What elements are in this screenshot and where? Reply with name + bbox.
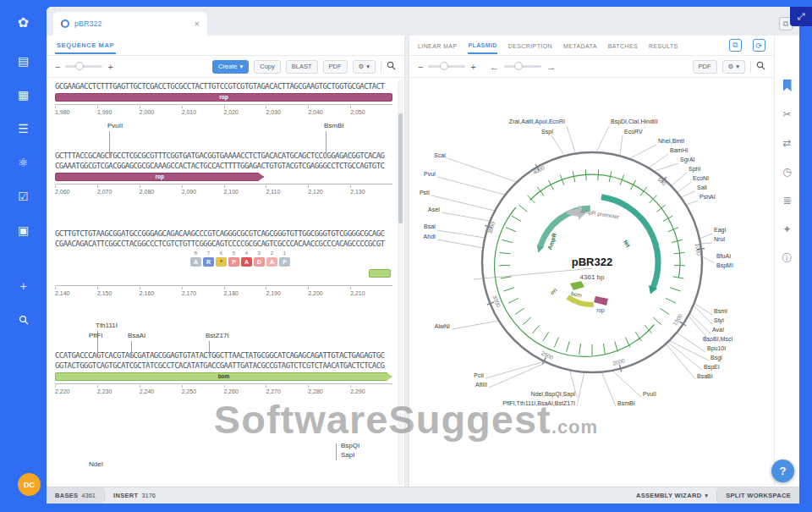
cut-site-label[interactable]: BsmBI [324,122,344,129]
sequence-line-top[interactable]: GCTTGTCTGTAAGCGGATGCCGGGAGCAGACAAGCCCGTC… [55,228,392,239]
amino-acid-box[interactable]: P [228,257,239,267]
amino-acid-box[interactable]: D [254,257,265,267]
site-label[interactable]: BspDI,ClaI,HindIII [611,118,658,125]
rotation-slider-handle[interactable] [514,62,523,70]
molecule-icon[interactable]: ⚛ [14,152,34,173]
site-label[interactable]: PciI [474,372,484,378]
help-button[interactable]: ? [771,460,794,482]
site-label[interactable]: ZraI,AatII,ApoI,EcoRI [509,118,565,125]
site-label[interactable]: BsmBI [617,400,635,406]
cut-site-label[interactable]: BspQI [341,442,359,449]
site-label[interactable]: BfuAI [716,253,731,259]
ori-label[interactable]: ori [549,287,558,296]
sidebar-search-icon[interactable] [14,310,34,330]
amino-acid-box[interactable]: P [279,257,290,267]
plasmid-map-svg[interactable]: AmpR promoter AmpR tet ori bom rop pBR32… [409,78,773,487]
duplicate-view-icon[interactable]: ⧉ [729,39,742,52]
site-label[interactable]: AhdI [424,234,436,239]
sequence-line-top[interactable]: GCTTTACCGCAGCTGCCTCGCGCGTTTCGGTGATGACGGT… [55,151,392,161]
document-tab-pbr322[interactable]: pBR322 × [53,12,207,36]
site-label[interactable]: PvuII [643,391,656,397]
site-label[interactable]: AlwNI [435,323,450,329]
tools-sparkle-icon[interactable]: ✦ [775,215,799,244]
inventory-icon[interactable]: ☰ [14,118,34,139]
site-label[interactable]: ScaI [434,152,446,158]
ori-arc[interactable] [568,297,593,305]
amino-acid-box[interactable]: A [241,257,252,267]
digest-scissors-icon[interactable]: ✂ [775,100,799,129]
site-label[interactable]: Bpu10I [707,345,726,352]
amino-acid-box[interactable]: A [266,257,277,267]
projects-folder-icon[interactable]: ▣ [14,220,34,240]
site-label[interactable]: PstI [420,190,430,195]
zoom-in-icon[interactable]: + [470,62,475,72]
site-label[interactable]: BsoBI,MscI [703,336,732,342]
site-label[interactable]: NdeI,BspQI,SapI [530,391,575,398]
alignment-swap-icon[interactable]: ⇄ [775,129,799,157]
sequence-line-bottom[interactable]: CGAACAGACATTCGGCCTACGGCCCTCGTCTGTTCGGGCA… [55,239,392,249]
zoom-in-icon[interactable]: + [107,62,112,72]
settings-button[interactable]: ⚙▾ [722,60,746,74]
cut-site-label[interactable]: BsaAI [128,332,145,339]
zoom-slider-handle[interactable] [75,62,84,70]
zoom-slider[interactable] [65,65,102,68]
bom-annotation-bar[interactable]: bom [55,372,392,381]
amino-acid-box[interactable]: R [203,257,214,267]
cut-site-label[interactable]: BstZ17I [206,332,229,339]
site-label[interactable]: AvaI [712,327,724,333]
site-label[interactable]: BamHI [670,147,688,153]
assembly-wizard-button[interactable]: ASSEMBLY WIZARD ▾ [628,487,716,504]
blast-button[interactable]: BLAST [286,60,318,74]
pdf-button[interactable]: PDF [693,60,717,74]
site-label[interactable]: BsgI [710,355,722,361]
site-label[interactable]: NheI,BmtI [658,138,684,144]
tab-close-icon[interactable]: × [195,19,200,29]
rotate-left-icon[interactable]: ← [490,62,499,72]
search-icon[interactable] [756,61,765,72]
site-label[interactable]: StyI [714,317,724,324]
cut-site-label[interactable]: NdeI [89,460,103,468]
site-label[interactable]: PshAI [700,194,716,200]
bom-annotation-start[interactable] [369,269,391,278]
history-clock-icon[interactable]: ◷ [775,157,799,186]
cut-site-label[interactable]: PflFI [89,332,102,339]
rop-label[interactable]: rop [596,307,605,314]
sequence-line-bottom[interactable]: GGTACTGGGTCAGTGCATCGCTATCGCCTCACATATGACC… [55,361,392,371]
vertical-scrollbar[interactable] [398,80,403,485]
rop-annotation-bar[interactable]: rop [55,173,264,181]
info-icon[interactable]: ⓘ [775,244,799,273]
rop-feature-icon[interactable] [594,296,608,306]
site-label[interactable]: SalI [697,184,707,190]
tab-linear-map[interactable]: LINEAR MAP [418,37,457,53]
site-label[interactable]: AflIII [475,382,487,388]
site-label[interactable]: SspI [541,129,553,135]
bom-label[interactable]: bom [571,290,583,298]
site-label[interactable]: BsaBI [697,373,713,379]
zoom-slider-handle[interactable] [440,62,448,70]
rotate-right-icon[interactable]: → [546,62,556,72]
split-workspace-button[interactable]: SPLIT WORKSPACE [717,487,799,504]
amino-acid-box[interactable]: * [216,257,227,267]
rop-annotation-bar[interactable]: rop [55,93,392,102]
tet-label[interactable]: tet [623,239,632,248]
tab-plasmid[interactable]: PLASMID [468,36,497,54]
amp-promoter-label[interactable]: AmpR promoter [580,207,620,220]
sequence-line-top[interactable]: CCATGACCCAGTCACGTAGCGATAGCGGAGTGTATACTGG… [55,350,392,361]
notes-list-icon[interactable]: ≣ [775,186,799,215]
cut-site-label[interactable]: SapI [341,451,354,459]
site-label[interactable]: BsaI [424,223,436,229]
site-label[interactable]: PflFI,Tth111I,BsaAI,BstZ17I [502,400,575,406]
tab-sequence-map[interactable]: SEQUENCE MAP [55,36,116,54]
zoom-out-icon[interactable]: − [55,62,60,72]
create-button[interactable]: Create▾ [212,60,249,74]
settings-button[interactable]: ⚙▾ [353,60,376,74]
tab-results[interactable]: RESULTS [649,37,678,53]
apps-grid-icon[interactable]: ▦ [14,85,34,105]
create-plus-icon[interactable]: + [14,276,34,296]
site-label[interactable]: EcoRV [624,129,643,135]
tab-metadata[interactable]: METADATA [563,37,597,53]
tab-batches[interactable]: BATCHES [608,37,638,53]
site-label[interactable]: AseI [428,206,440,212]
expand-window-button[interactable]: ⤢ [790,7,812,26]
user-avatar[interactable]: DC [18,473,41,496]
